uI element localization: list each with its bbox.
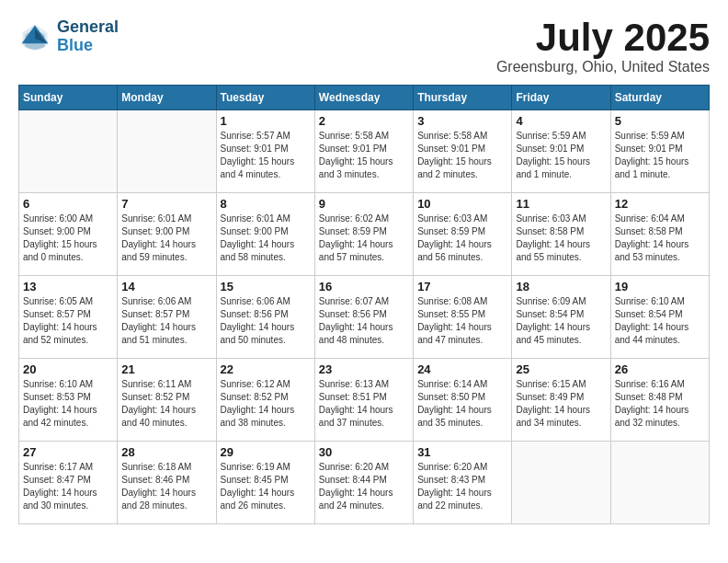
day-info: Sunrise: 6:02 AMSunset: 8:59 PMDaylight:… (319, 213, 409, 264)
day-number: 20 (23, 362, 113, 376)
day-info: Sunrise: 6:06 AMSunset: 8:57 PMDaylight:… (121, 295, 211, 347)
day-number: 28 (121, 445, 211, 459)
day-cell: 19Sunrise: 6:10 AMSunset: 8:54 PMDayligh… (610, 276, 709, 359)
calendar: SundayMondayTuesdayWednesdayThursdayFrid… (18, 85, 710, 524)
day-cell: 8Sunrise: 6:01 AMSunset: 9:00 PMDaylight… (216, 193, 314, 276)
day-info: Sunrise: 6:19 AMSunset: 8:45 PMDaylight:… (221, 461, 311, 512)
day-number: 30 (319, 445, 409, 459)
day-info: Sunrise: 6:13 AMSunset: 8:51 PMDaylight:… (319, 378, 409, 430)
day-cell: 16Sunrise: 6:07 AMSunset: 8:56 PMDayligh… (314, 276, 413, 359)
weekday-header-row: SundayMondayTuesdayWednesdayThursdayFrid… (19, 86, 710, 110)
day-info: Sunrise: 6:07 AMSunset: 8:56 PMDaylight:… (319, 295, 409, 347)
day-info: Sunrise: 6:18 AMSunset: 8:46 PMDaylight:… (121, 461, 211, 512)
day-cell: 3Sunrise: 5:58 AMSunset: 9:01 PMDaylight… (414, 110, 512, 193)
location: Greensburg, Ohio, United States (496, 59, 710, 75)
day-cell: 18Sunrise: 6:09 AMSunset: 8:54 PMDayligh… (512, 276, 610, 359)
day-number: 12 (615, 197, 705, 211)
day-number: 10 (417, 197, 507, 211)
day-info: Sunrise: 6:01 AMSunset: 9:00 PMDaylight:… (121, 213, 211, 264)
day-info: Sunrise: 6:06 AMSunset: 8:56 PMDaylight:… (221, 295, 311, 347)
day-cell: 26Sunrise: 6:16 AMSunset: 8:48 PMDayligh… (610, 359, 709, 442)
day-number: 23 (319, 362, 409, 376)
day-info: Sunrise: 6:17 AMSunset: 8:47 PMDaylight:… (23, 461, 113, 512)
day-cell: 10Sunrise: 6:03 AMSunset: 8:59 PMDayligh… (414, 193, 512, 276)
day-info: Sunrise: 6:08 AMSunset: 8:55 PMDaylight:… (417, 295, 507, 347)
day-info: Sunrise: 6:03 AMSunset: 8:58 PMDaylight:… (516, 213, 606, 264)
day-info: Sunrise: 6:01 AMSunset: 9:00 PMDaylight:… (221, 213, 311, 264)
logo-icon (18, 20, 51, 53)
day-cell: 29Sunrise: 6:19 AMSunset: 8:45 PMDayligh… (216, 442, 314, 524)
weekday-header-monday: Monday (118, 86, 216, 110)
month-title: July 2025 (496, 18, 710, 57)
weekday-header-sunday: Sunday (19, 86, 118, 110)
day-info: Sunrise: 6:09 AMSunset: 8:54 PMDaylight:… (516, 295, 606, 347)
day-info: Sunrise: 6:00 AMSunset: 9:00 PMDaylight:… (23, 213, 113, 264)
weekday-header-friday: Friday (512, 86, 610, 110)
week-row-5: 27Sunrise: 6:17 AMSunset: 8:47 PMDayligh… (19, 442, 710, 524)
week-row-2: 6Sunrise: 6:00 AMSunset: 9:00 PMDaylight… (19, 193, 710, 276)
day-number: 25 (516, 362, 606, 376)
day-info: Sunrise: 5:59 AMSunset: 9:01 PMDaylight:… (516, 130, 606, 181)
day-number: 17 (417, 280, 507, 293)
day-info: Sunrise: 6:14 AMSunset: 8:50 PMDaylight:… (417, 378, 507, 430)
day-number: 6 (23, 197, 113, 211)
day-info: Sunrise: 6:20 AMSunset: 8:43 PMDaylight:… (417, 461, 507, 512)
weekday-header-saturday: Saturday (610, 86, 709, 110)
day-cell: 31Sunrise: 6:20 AMSunset: 8:43 PMDayligh… (414, 442, 512, 524)
day-cell: 25Sunrise: 6:15 AMSunset: 8:49 PMDayligh… (512, 359, 610, 442)
day-cell: 5Sunrise: 5:59 AMSunset: 9:01 PMDaylight… (610, 110, 709, 193)
day-number: 11 (516, 197, 606, 211)
day-cell: 27Sunrise: 6:17 AMSunset: 8:47 PMDayligh… (19, 442, 118, 524)
day-info: Sunrise: 6:15 AMSunset: 8:49 PMDaylight:… (516, 378, 606, 430)
day-info: Sunrise: 5:58 AMSunset: 9:01 PMDaylight:… (319, 130, 409, 181)
day-info: Sunrise: 6:03 AMSunset: 8:59 PMDaylight:… (417, 213, 507, 264)
day-cell: 12Sunrise: 6:04 AMSunset: 8:58 PMDayligh… (610, 193, 709, 276)
day-number: 9 (319, 197, 409, 211)
day-cell: 1Sunrise: 5:57 AMSunset: 9:01 PMDaylight… (216, 110, 314, 193)
day-cell (118, 110, 216, 193)
week-row-1: 1Sunrise: 5:57 AMSunset: 9:01 PMDaylight… (19, 110, 710, 193)
day-cell: 9Sunrise: 6:02 AMSunset: 8:59 PMDaylight… (314, 193, 413, 276)
day-number: 8 (221, 197, 311, 211)
page-header: General Blue July 2025 Greensburg, Ohio,… (18, 18, 710, 75)
day-number: 13 (23, 280, 113, 293)
day-number: 1 (221, 114, 311, 128)
week-row-4: 20Sunrise: 6:10 AMSunset: 8:53 PMDayligh… (19, 359, 710, 442)
day-info: Sunrise: 6:05 AMSunset: 8:57 PMDaylight:… (23, 295, 113, 347)
day-number: 19 (615, 280, 705, 293)
day-info: Sunrise: 5:59 AMSunset: 9:01 PMDaylight:… (615, 130, 705, 181)
day-cell: 28Sunrise: 6:18 AMSunset: 8:46 PMDayligh… (118, 442, 216, 524)
day-cell: 23Sunrise: 6:13 AMSunset: 8:51 PMDayligh… (314, 359, 413, 442)
day-info: Sunrise: 6:16 AMSunset: 8:48 PMDaylight:… (615, 378, 705, 430)
day-info: Sunrise: 6:10 AMSunset: 8:53 PMDaylight:… (23, 378, 113, 430)
day-number: 24 (417, 362, 507, 376)
day-number: 15 (221, 280, 311, 293)
day-cell (512, 442, 610, 524)
day-number: 2 (319, 114, 409, 128)
day-cell: 15Sunrise: 6:06 AMSunset: 8:56 PMDayligh… (216, 276, 314, 359)
day-info: Sunrise: 6:20 AMSunset: 8:44 PMDaylight:… (319, 461, 409, 512)
day-number: 29 (221, 445, 311, 459)
title-block: July 2025 Greensburg, Ohio, United State… (496, 18, 710, 75)
weekday-header-thursday: Thursday (414, 86, 512, 110)
day-cell (610, 442, 709, 524)
day-number: 18 (516, 280, 606, 293)
day-cell: 13Sunrise: 6:05 AMSunset: 8:57 PMDayligh… (19, 276, 118, 359)
day-cell: 7Sunrise: 6:01 AMSunset: 9:00 PMDaylight… (118, 193, 216, 276)
day-cell: 11Sunrise: 6:03 AMSunset: 8:58 PMDayligh… (512, 193, 610, 276)
day-info: Sunrise: 5:57 AMSunset: 9:01 PMDaylight:… (221, 130, 311, 181)
day-number: 14 (121, 280, 211, 293)
day-number: 5 (615, 114, 705, 128)
logo-line2: Blue (57, 37, 119, 55)
day-number: 27 (23, 445, 113, 459)
day-number: 16 (319, 280, 409, 293)
day-cell: 2Sunrise: 5:58 AMSunset: 9:01 PMDaylight… (314, 110, 413, 193)
day-cell: 17Sunrise: 6:08 AMSunset: 8:55 PMDayligh… (414, 276, 512, 359)
day-cell: 20Sunrise: 6:10 AMSunset: 8:53 PMDayligh… (19, 359, 118, 442)
logo: General Blue (18, 18, 119, 55)
day-cell: 14Sunrise: 6:06 AMSunset: 8:57 PMDayligh… (118, 276, 216, 359)
day-number: 3 (417, 114, 507, 128)
day-info: Sunrise: 6:04 AMSunset: 8:58 PMDaylight:… (615, 213, 705, 264)
day-number: 4 (516, 114, 606, 128)
day-info: Sunrise: 5:58 AMSunset: 9:01 PMDaylight:… (417, 130, 507, 181)
